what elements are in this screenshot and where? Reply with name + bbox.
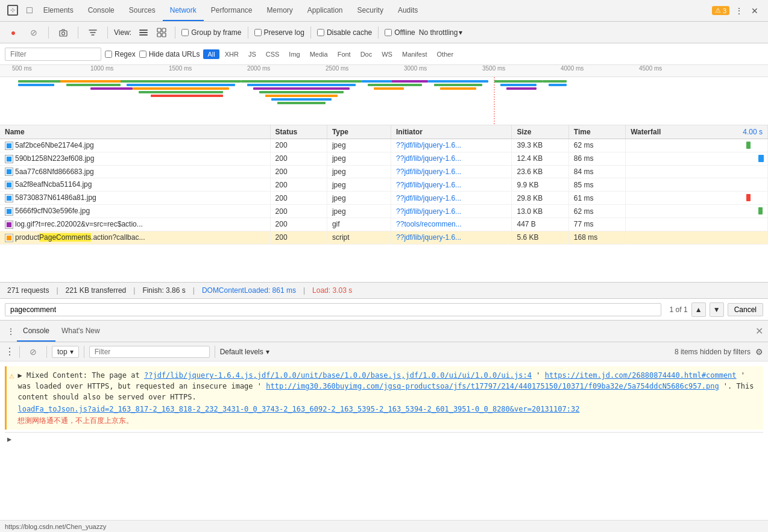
list-view-button[interactable] (136, 25, 151, 40)
tab-console-bottom[interactable]: Console (17, 321, 55, 342)
tab-memory[interactable]: Memory (259, 0, 300, 21)
record-button[interactable]: ● (5, 24, 22, 41)
col-initiator[interactable]: Initiator (391, 125, 512, 139)
tab-sources[interactable]: Sources (122, 0, 163, 21)
filter-type-img[interactable]: Img (285, 49, 304, 59)
camera-button[interactable] (55, 24, 72, 41)
close-bottom-panel-icon[interactable]: ✕ (755, 325, 763, 337)
svg-rect-39 (549, 84, 567, 86)
offline-label[interactable]: Offline (385, 28, 415, 37)
cell-time: 168 ms (568, 231, 625, 244)
col-waterfall[interactable]: Waterfall 4.00 s (626, 125, 768, 139)
table-row[interactable]: 590b1258N223ef608.jpg200jpeg??jdf/lib/jq… (0, 152, 768, 165)
preserve-log-label[interactable]: Preserve log (254, 28, 304, 37)
cell-waterfall (626, 217, 768, 231)
filter-button[interactable] (84, 24, 101, 41)
console-prompt-arrow[interactable]: ▶ (7, 435, 11, 443)
warning-loadfa-link[interactable]: loadFa_toJson.js?aid=2_163_817-2_163_818… (17, 405, 761, 413)
warning-link3[interactable]: http://img30.360buyimg.com/jgsq-products… (266, 382, 719, 390)
cell-initiator-link[interactable]: ??jdf/lib/jquery-1.6... (396, 141, 461, 149)
stop-button[interactable]: ⊘ (25, 24, 42, 41)
cell-initiator-link[interactable]: ??jdf/lib/jquery-1.6... (396, 194, 461, 202)
filter-type-font[interactable]: Font (333, 49, 355, 59)
search-prev-button[interactable]: ▲ (691, 302, 706, 317)
search-input[interactable] (5, 303, 661, 316)
group-by-frame-checkbox[interactable] (181, 29, 189, 36)
close-devtools-icon[interactable]: ✕ (749, 5, 761, 17)
network-table-container[interactable]: Name Status Type Initiator Size Time Wat… (0, 125, 768, 282)
network-toolbar: ● ⊘ View: Group by frame Preserve log (0, 22, 768, 43)
cell-name: 5af2bce6Nbe2174e4.jpg (0, 139, 270, 152)
console-context-select[interactable]: top ▾ (52, 346, 79, 358)
table-row[interactable]: 5666f9cfN03e596fe.jpg200jpeg??jdf/lib/jq… (0, 205, 768, 218)
tree-view-button[interactable] (154, 25, 169, 40)
col-name[interactable]: Name (0, 125, 270, 139)
col-type[interactable]: Type (327, 125, 391, 139)
cell-initiator-link[interactable]: ??jdf/lib/jquery-1.6... (396, 167, 461, 176)
bottom-more-icon[interactable]: ⋮ (5, 325, 17, 337)
cell-initiator-link[interactable]: ??tools/recommen... (396, 220, 462, 228)
col-size[interactable]: Size (512, 125, 568, 139)
table-row[interactable]: productPageComments.action?callbac...200… (0, 231, 768, 244)
regex-label[interactable]: Regex (105, 50, 136, 58)
cell-size: 9.9 KB (512, 178, 568, 192)
row-icon-gif (5, 221, 13, 229)
svg-rect-22 (259, 91, 344, 93)
tab-performance[interactable]: Performance (204, 0, 260, 21)
console-filter-input[interactable] (89, 346, 210, 358)
search-next-button[interactable]: ▼ (710, 302, 724, 317)
console-block-icon[interactable]: ⊘ (25, 343, 42, 360)
warning-link1[interactable]: ??jdf/lib/jquery-1.6.4.js,jdf/1.0.0/unit… (144, 371, 532, 380)
filter-type-js[interactable]: JS (244, 49, 260, 59)
table-row[interactable]: 58730837N61486a81.jpg200jpeg??jdf/lib/jq… (0, 192, 768, 205)
throttle-select[interactable]: No throttling ▾ (419, 28, 463, 37)
tab-console[interactable]: Console (81, 0, 122, 21)
warning-arrow[interactable]: ▶ (17, 371, 22, 380)
warning-badge[interactable]: ⚠ 3 (712, 6, 729, 15)
filter-type-media[interactable]: Media (306, 49, 332, 59)
cell-initiator-link[interactable]: ??jdf/lib/jquery-1.6... (396, 233, 461, 242)
console-level-select[interactable]: Default levels ▾ (220, 348, 269, 356)
group-by-frame-label[interactable]: Group by frame (181, 28, 241, 37)
more-menu-icon[interactable]: ⋮ (733, 5, 745, 17)
filter-type-all[interactable]: All (203, 49, 219, 59)
tab-elements[interactable]: Elements (36, 0, 81, 21)
tab-application[interactable]: Application (300, 0, 350, 21)
tab-audits[interactable]: Audits (391, 0, 425, 21)
timeline-area[interactable]: 500 ms1000 ms1500 ms2000 ms2500 ms3000 m… (0, 65, 768, 125)
table-row[interactable]: log.gif?t=rec.202002&v=src=rec$actio...2… (0, 217, 768, 231)
col-status[interactable]: Status (270, 125, 327, 139)
cell-initiator-link[interactable]: ??jdf/lib/jquery-1.6... (396, 154, 461, 163)
tab-security[interactable]: Security (350, 0, 391, 21)
console-more-icon[interactable]: ⋮ (5, 346, 14, 357)
preserve-log-checkbox[interactable] (254, 29, 262, 36)
table-row[interactable]: 5aa77c68Nfd866683.jpg200jpeg??jdf/lib/jq… (0, 165, 768, 178)
cell-initiator-link[interactable]: ??jdf/lib/jquery-1.6... (396, 181, 461, 189)
tab-whats-new[interactable]: What's New (55, 321, 106, 342)
col-time[interactable]: Time (568, 125, 625, 139)
hide-data-urls-checkbox[interactable] (139, 51, 146, 58)
disable-cache-checkbox[interactable] (317, 29, 324, 36)
tab-network[interactable]: Network (163, 0, 204, 21)
table-row[interactable]: 5a2f8eafNcba51164.jpg200jpeg??jdf/lib/jq… (0, 178, 768, 192)
disable-cache-label[interactable]: Disable cache (317, 28, 372, 37)
filter-type-manifest[interactable]: Manifest (398, 49, 432, 59)
svg-rect-4 (139, 34, 148, 36)
offline-checkbox[interactable] (385, 29, 392, 36)
filter-type-doc[interactable]: Doc (356, 49, 377, 59)
filter-type-other[interactable]: Other (433, 49, 458, 59)
toolbar-sep-2 (78, 27, 78, 39)
table-row[interactable]: 5af2bce6Nbe2174e4.jpg200jpeg??jdf/lib/jq… (0, 139, 768, 152)
filter-type-ws[interactable]: WS (377, 49, 397, 59)
warning-link2[interactable]: https://item.jd.com/26880874440.html#com… (545, 371, 737, 380)
toolbar-sep-3 (107, 27, 108, 39)
console-settings-icon[interactable]: ⚙ (755, 347, 763, 357)
filter-type-xhr[interactable]: XHR (221, 49, 243, 59)
filter-input[interactable] (5, 48, 101, 61)
tab-icons: ⚠ 3 ⋮ ✕ (712, 5, 766, 17)
cell-initiator-link[interactable]: ??jdf/lib/jquery-1.6... (396, 207, 461, 216)
filter-type-css[interactable]: CSS (262, 49, 284, 59)
regex-checkbox[interactable] (105, 51, 112, 58)
search-cancel-button[interactable]: Cancel (728, 303, 763, 316)
hide-data-urls-label[interactable]: Hide data URLs (139, 50, 200, 58)
